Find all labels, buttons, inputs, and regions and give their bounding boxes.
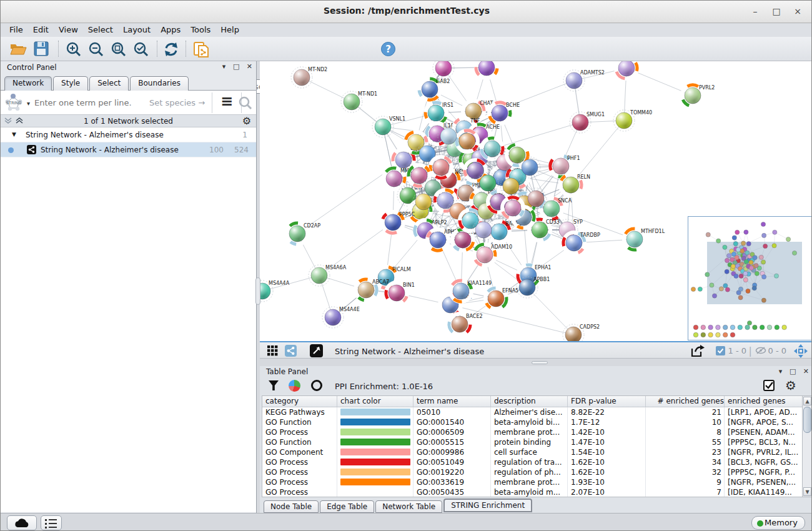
zoom-out-icon[interactable] (87, 41, 106, 58)
column-header[interactable]: term name (413, 396, 491, 407)
panel-menu-icon[interactable]: ▾ (779, 367, 783, 375)
menu-select[interactable]: Select (83, 24, 118, 37)
tab-node-table[interactable]: Node Table (264, 500, 319, 513)
network-node[interactable]: EFNA5 (481, 284, 518, 314)
string-logo-icon[interactable]: STRING ▾ (3, 92, 31, 113)
pie-chart-icon[interactable] (289, 380, 300, 392)
task-list-button[interactable] (41, 515, 62, 530)
help-icon[interactable]: ? (380, 41, 399, 59)
network-node[interactable]: MT-ND1 (341, 91, 377, 112)
maximize-icon[interactable]: □ (768, 4, 785, 18)
zoom-fit-icon[interactable] (109, 41, 128, 58)
network-node[interactable]: PVRL2 (678, 81, 715, 110)
network-share-doc-icon[interactable] (192, 41, 210, 58)
tab-select[interactable]: Select (89, 76, 129, 91)
string-search-icon[interactable] (238, 96, 253, 111)
close-icon[interactable]: × (789, 4, 806, 18)
tab-edge-table[interactable]: Edge Table (320, 500, 374, 513)
horizontal-splitter[interactable] (260, 359, 812, 366)
filter-icon[interactable] (269, 380, 279, 391)
network-node[interactable] (433, 61, 454, 79)
table-row[interactable]: GO FunctionGO:0005515protein binding1.47… (262, 437, 810, 447)
network-node[interactable]: TOMM40 (613, 110, 652, 131)
table-row[interactable]: GO ProcessGO:0019220regulation of ph...1… (262, 467, 810, 477)
selected-checkbox-icon[interactable] (716, 346, 725, 355)
memory-button[interactable]: Memory (751, 516, 805, 530)
minimize-icon[interactable]: – (746, 4, 764, 18)
menu-edit[interactable]: Edit (28, 24, 54, 37)
grid-view-icon[interactable] (267, 345, 278, 356)
panel-close-icon[interactable]: ✕ (803, 367, 809, 375)
table-row[interactable]: GO ProcessGO:0033619membrane prot...1.93… (262, 477, 810, 487)
network-collection-row[interactable]: ▼ String Network - Alzheimer's disease 1 (1, 127, 256, 142)
table-row[interactable]: GO FunctionGO:0001540beta-amyloid bi...1… (262, 417, 810, 427)
menu-view[interactable]: View (54, 24, 83, 37)
network-node[interactable]: MT-ND2 (291, 67, 327, 88)
cloud-tasks-button[interactable] (7, 515, 37, 530)
menu-tools[interactable]: Tools (186, 24, 215, 37)
panel-float-icon[interactable]: □ (790, 367, 796, 375)
table-row[interactable]: KEGG Pathways05010Alzheimer's dise...8.8… (262, 407, 810, 417)
birdseye-view[interactable] (688, 216, 812, 340)
open-in-window-icon[interactable] (310, 344, 323, 357)
zoom-in-icon[interactable] (64, 41, 83, 58)
network-node[interactable]: ABCA7 (351, 275, 389, 305)
save-session-icon[interactable] (33, 41, 52, 58)
table-scrollbar[interactable]: ▲ ▼ (802, 395, 812, 497)
menu-help[interactable]: Help (215, 24, 244, 37)
scroll-down-icon[interactable]: ▼ (803, 487, 811, 496)
export-network-icon[interactable] (690, 344, 705, 359)
column-header[interactable]: chart color (337, 396, 413, 407)
panel-close-icon[interactable]: ✕ (247, 62, 252, 71)
tab-style[interactable]: Style (53, 76, 88, 91)
zoom-selected-icon[interactable] (132, 41, 151, 58)
network-node[interactable]: CADPS2 (563, 324, 600, 341)
menu-file[interactable]: File (4, 24, 28, 37)
network-node[interactable] (611, 61, 641, 83)
network-node[interactable]: MS4A4A (260, 280, 290, 302)
string-view-icon[interactable] (285, 345, 297, 357)
tab-network[interactable]: Network (4, 76, 52, 91)
tab-string-enrichment[interactable]: STRING Enrichment (443, 499, 532, 512)
string-options-icon[interactable]: ≡ (212, 92, 242, 113)
table-row[interactable]: GO ProcessGO:0006509membrane prot...1.42… (262, 427, 810, 437)
column-header[interactable]: FDR p-value (568, 396, 646, 407)
network-options-gear-icon[interactable]: ⚙ (242, 115, 251, 127)
network-canvas[interactable]: MT-ND2MT-ND1VSNL1GAB2ADAMTS2SMUG1TOMM40P… (260, 61, 812, 341)
menu-apps[interactable]: Apps (156, 24, 186, 37)
column-header[interactable]: # enriched genes (646, 396, 725, 407)
birdseye-toggle-icon[interactable] (794, 344, 808, 358)
network-row[interactable]: String Network - Alzheimer's disease 100… (1, 142, 256, 157)
tab-network-table[interactable]: Network Table (375, 500, 442, 513)
column-header[interactable]: category (262, 396, 337, 407)
column-header[interactable]: enriched genes (725, 396, 810, 407)
network-node[interactable]: VSNL1 (372, 116, 405, 137)
table-settings-gear-icon[interactable]: ⚙ (785, 378, 796, 393)
network-node[interactable]: SMUG1 (570, 112, 605, 133)
scroll-up-icon[interactable]: ▲ (803, 397, 811, 405)
select-all-check-icon[interactable] (763, 380, 775, 392)
panel-menu-icon[interactable]: ▾ (222, 62, 226, 71)
network-node[interactable]: ADAMTS2 (563, 70, 605, 91)
tab-boundaries[interactable]: Boundaries (130, 76, 189, 91)
panel-float-icon[interactable]: □ (233, 62, 239, 71)
ring-chart-icon[interactable] (311, 380, 322, 391)
network-node[interactable] (472, 61, 502, 82)
table-row[interactable]: GO ComponentGO:0009986cell surface1.54E-… (262, 447, 810, 457)
network-node[interactable]: MTHFD1L (620, 225, 665, 254)
panel-divider-handle[interactable] (255, 277, 260, 305)
refresh-icon[interactable] (162, 41, 181, 58)
set-species-label[interactable]: Set species → (149, 98, 205, 107)
table-row[interactable]: GO ProcessGO:0050435beta-amyloid m...2.0… (262, 487, 810, 497)
table-row[interactable]: GO ProcessGO:0051049regulation of tra...… (262, 457, 810, 467)
network-node[interactable]: CD2AP (282, 219, 320, 249)
column-header[interactable]: description (491, 396, 568, 407)
hidden-eye-icon[interactable] (755, 346, 766, 355)
open-session-icon[interactable] (9, 41, 28, 58)
network-node[interactable]: GAB2 (415, 74, 450, 104)
network-node[interactable]: MS4A6A (309, 265, 347, 286)
network-node[interactable]: PPP5C (379, 208, 415, 237)
menu-layout[interactable]: Layout (118, 24, 156, 37)
scroll-thumb[interactable] (803, 407, 811, 433)
tree-collapse-icon[interactable]: ▼ (12, 131, 16, 137)
